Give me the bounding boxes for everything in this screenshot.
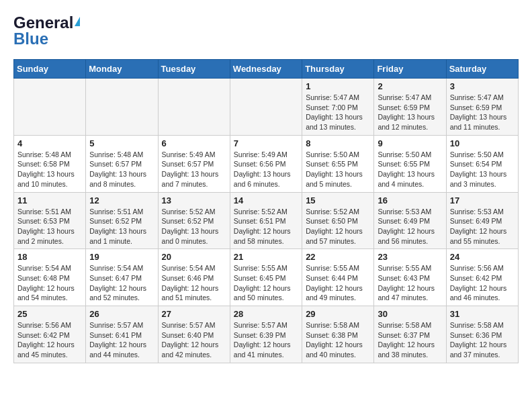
day-number: 14 (234, 195, 298, 205)
day-info: Sunrise: 5:48 AM Sunset: 6:57 PM Dayligh… (89, 150, 154, 189)
calendar-cell: 5Sunrise: 5:48 AM Sunset: 6:57 PM Daylig… (86, 135, 158, 192)
weekday-header: Saturday (446, 60, 518, 79)
day-info: Sunrise: 5:53 AM Sunset: 6:49 PM Dayligh… (378, 207, 442, 246)
day-info: Sunrise: 5:58 AM Sunset: 6:36 PM Dayligh… (450, 320, 515, 360)
calendar-cell (86, 79, 158, 136)
day-info: Sunrise: 5:52 AM Sunset: 6:51 PM Dayligh… (234, 207, 298, 246)
day-number: 17 (450, 195, 515, 205)
day-number: 29 (306, 309, 370, 319)
day-number: 5 (89, 138, 154, 148)
header: General Blue (13, 13, 519, 48)
calendar-cell: 6Sunrise: 5:49 AM Sunset: 6:57 PM Daylig… (158, 135, 230, 192)
day-info: Sunrise: 5:57 AM Sunset: 6:41 PM Dayligh… (89, 320, 154, 360)
day-info: Sunrise: 5:50 AM Sunset: 6:54 PM Dayligh… (450, 150, 515, 189)
calendar-cell: 31Sunrise: 5:58 AM Sunset: 6:36 PM Dayli… (446, 306, 518, 363)
day-number: 2 (378, 81, 442, 91)
calendar-cell: 30Sunrise: 5:58 AM Sunset: 6:37 PM Dayli… (374, 306, 446, 363)
calendar-cell: 8Sunrise: 5:50 AM Sunset: 6:55 PM Daylig… (302, 135, 374, 192)
day-number: 21 (234, 252, 298, 262)
day-info: Sunrise: 5:55 AM Sunset: 6:45 PM Dayligh… (234, 263, 298, 303)
calendar-cell (14, 79, 86, 136)
calendar-cell: 23Sunrise: 5:55 AM Sunset: 6:43 PM Dayli… (374, 249, 446, 306)
calendar-cell: 7Sunrise: 5:49 AM Sunset: 6:56 PM Daylig… (230, 135, 302, 192)
day-number: 30 (378, 309, 442, 319)
calendar-cell: 28Sunrise: 5:57 AM Sunset: 6:39 PM Dayli… (230, 306, 302, 363)
day-info: Sunrise: 5:52 AM Sunset: 6:52 PM Dayligh… (162, 207, 226, 246)
day-number: 24 (450, 252, 515, 262)
day-info: Sunrise: 5:56 AM Sunset: 6:42 PM Dayligh… (17, 320, 82, 360)
day-number: 16 (378, 195, 442, 205)
day-info: Sunrise: 5:55 AM Sunset: 6:44 PM Dayligh… (306, 263, 370, 303)
day-number: 8 (306, 138, 370, 148)
calendar-cell: 12Sunrise: 5:51 AM Sunset: 6:52 PM Dayli… (86, 192, 158, 249)
weekday-header: Wednesday (230, 60, 302, 79)
calendar-cell: 17Sunrise: 5:53 AM Sunset: 6:49 PM Dayli… (446, 192, 518, 249)
calendar-cell (230, 79, 302, 136)
weekday-header: Friday (374, 60, 446, 79)
day-info: Sunrise: 5:48 AM Sunset: 6:58 PM Dayligh… (17, 150, 82, 189)
weekday-header: Thursday (302, 60, 374, 79)
calendar-cell: 10Sunrise: 5:50 AM Sunset: 6:54 PM Dayli… (446, 135, 518, 192)
calendar-cell: 11Sunrise: 5:51 AM Sunset: 6:53 PM Dayli… (14, 192, 86, 249)
day-number: 1 (306, 81, 370, 91)
calendar-cell: 20Sunrise: 5:54 AM Sunset: 6:46 PM Dayli… (158, 249, 230, 306)
calendar-cell: 4Sunrise: 5:48 AM Sunset: 6:58 PM Daylig… (14, 135, 86, 192)
day-number: 3 (450, 81, 515, 91)
day-info: Sunrise: 5:50 AM Sunset: 6:55 PM Dayligh… (378, 150, 442, 189)
day-info: Sunrise: 5:47 AM Sunset: 6:59 PM Dayligh… (450, 93, 515, 132)
weekday-header: Tuesday (158, 60, 230, 79)
calendar-cell: 13Sunrise: 5:52 AM Sunset: 6:52 PM Dayli… (158, 192, 230, 249)
calendar-cell: 1Sunrise: 5:47 AM Sunset: 7:00 PM Daylig… (302, 79, 374, 136)
day-number: 18 (17, 252, 82, 262)
calendar-cell: 26Sunrise: 5:57 AM Sunset: 6:41 PM Dayli… (86, 306, 158, 363)
calendar-cell: 27Sunrise: 5:57 AM Sunset: 6:40 PM Dayli… (158, 306, 230, 363)
day-number: 25 (17, 309, 82, 319)
logo-blue: Blue (13, 30, 48, 48)
day-info: Sunrise: 5:53 AM Sunset: 6:49 PM Dayligh… (450, 207, 515, 246)
day-info: Sunrise: 5:57 AM Sunset: 6:39 PM Dayligh… (234, 320, 298, 360)
calendar-table: SundayMondayTuesdayWednesdayThursdayFrid… (13, 59, 519, 363)
day-number: 28 (234, 309, 298, 319)
day-info: Sunrise: 5:54 AM Sunset: 6:46 PM Dayligh… (162, 263, 226, 303)
day-number: 10 (450, 138, 515, 148)
day-info: Sunrise: 5:54 AM Sunset: 6:47 PM Dayligh… (89, 263, 154, 303)
logo-arrow-icon (75, 17, 80, 26)
day-info: Sunrise: 5:57 AM Sunset: 6:40 PM Dayligh… (162, 320, 226, 360)
calendar-cell: 3Sunrise: 5:47 AM Sunset: 6:59 PM Daylig… (446, 79, 518, 136)
weekday-header: Monday (86, 60, 158, 79)
day-info: Sunrise: 5:56 AM Sunset: 6:42 PM Dayligh… (450, 263, 515, 303)
weekday-header: Sunday (14, 60, 86, 79)
calendar-week-row: 11Sunrise: 5:51 AM Sunset: 6:53 PM Dayli… (14, 192, 519, 249)
calendar-cell (158, 79, 230, 136)
day-info: Sunrise: 5:54 AM Sunset: 6:48 PM Dayligh… (17, 263, 82, 303)
calendar-cell: 18Sunrise: 5:54 AM Sunset: 6:48 PM Dayli… (14, 249, 86, 306)
calendar-cell: 14Sunrise: 5:52 AM Sunset: 6:51 PM Dayli… (230, 192, 302, 249)
day-number: 22 (306, 252, 370, 262)
calendar-cell: 19Sunrise: 5:54 AM Sunset: 6:47 PM Dayli… (86, 249, 158, 306)
calendar-week-row: 25Sunrise: 5:56 AM Sunset: 6:42 PM Dayli… (14, 306, 519, 363)
calendar-cell: 24Sunrise: 5:56 AM Sunset: 6:42 PM Dayli… (446, 249, 518, 306)
calendar-cell: 15Sunrise: 5:52 AM Sunset: 6:50 PM Dayli… (302, 192, 374, 249)
day-number: 19 (89, 252, 154, 262)
day-info: Sunrise: 5:52 AM Sunset: 6:50 PM Dayligh… (306, 207, 370, 246)
day-number: 7 (234, 138, 298, 148)
calendar-cell: 16Sunrise: 5:53 AM Sunset: 6:49 PM Dayli… (374, 192, 446, 249)
day-number: 27 (162, 309, 226, 319)
day-info: Sunrise: 5:51 AM Sunset: 6:53 PM Dayligh… (17, 207, 82, 246)
day-number: 9 (378, 138, 442, 148)
day-number: 23 (378, 252, 442, 262)
day-number: 26 (89, 309, 154, 319)
day-info: Sunrise: 5:50 AM Sunset: 6:55 PM Dayligh… (306, 150, 370, 189)
calendar-week-row: 1Sunrise: 5:47 AM Sunset: 7:00 PM Daylig… (14, 79, 519, 136)
calendar-week-row: 4Sunrise: 5:48 AM Sunset: 6:58 PM Daylig… (14, 135, 519, 192)
calendar-cell: 9Sunrise: 5:50 AM Sunset: 6:55 PM Daylig… (374, 135, 446, 192)
calendar-cell: 22Sunrise: 5:55 AM Sunset: 6:44 PM Dayli… (302, 249, 374, 306)
day-number: 12 (89, 195, 154, 205)
day-number: 20 (162, 252, 226, 262)
calendar-body: 1Sunrise: 5:47 AM Sunset: 7:00 PM Daylig… (14, 79, 519, 363)
day-info: Sunrise: 5:55 AM Sunset: 6:43 PM Dayligh… (378, 263, 442, 303)
header-row: SundayMondayTuesdayWednesdayThursdayFrid… (14, 60, 519, 79)
logo: General Blue (13, 13, 80, 48)
day-info: Sunrise: 5:49 AM Sunset: 6:57 PM Dayligh… (162, 150, 226, 189)
day-info: Sunrise: 5:58 AM Sunset: 6:37 PM Dayligh… (378, 320, 442, 360)
